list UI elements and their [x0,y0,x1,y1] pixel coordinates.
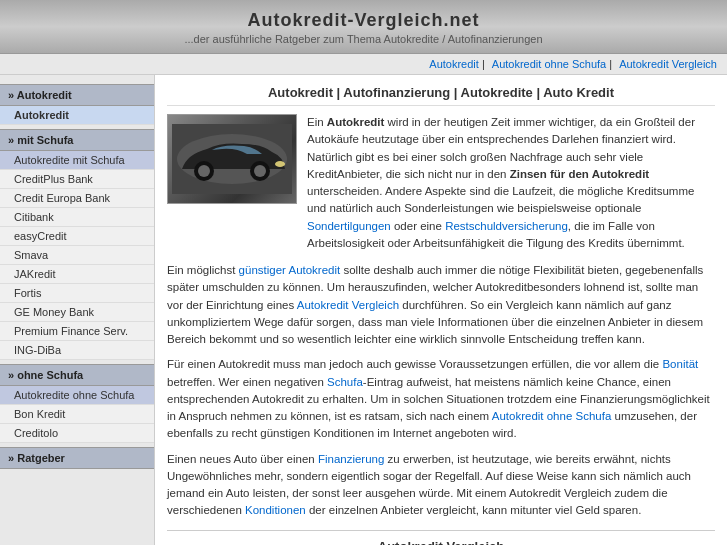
sidebar-header-autokredit: » Autokredit [0,84,154,106]
intro-text: Ein Autokredit wird in der heutigen Zeit… [307,114,715,252]
sidebar-item-autokredite-mit-schufa[interactable]: Autokredite mit Schufa [0,151,154,170]
sidebar-item-premium-finance[interactable]: Premium Finance Serv. [0,322,154,341]
link-autokredit-ohne-schufa[interactable]: Autokredit ohne Schufa [492,410,612,422]
sidebar-header-ohne-schufa: » ohne Schufa [0,364,154,386]
link-finanzierung[interactable]: Finanzierung [318,453,384,465]
main-content: Autokredit | Autofinanzierung | Autokred… [155,75,727,545]
content-main-heading: Autokredit | Autofinanzierung | Autokred… [167,85,715,106]
sidebar-item-autokredit[interactable]: Autokredit [0,106,154,125]
sidebar-item-fortis[interactable]: Fortis [0,284,154,303]
sidebar-item-bon-kredit[interactable]: Bon Kredit [0,405,154,424]
paragraph-1: Ein möglichst günstiger Autokredit sollt… [167,262,715,348]
top-navigation: Autokredit | Autokredit ohne Schufa | Au… [0,54,727,75]
arrow-icon: » [8,134,14,146]
sidebar-item-ing-diba[interactable]: ING-DiBa [0,341,154,360]
link-restschuldversicherung[interactable]: Restschuldversicherung [445,220,568,232]
sidebar-item-ge-money-bank[interactable]: GE Money Bank [0,303,154,322]
link-konditionen[interactable]: Konditionen [245,504,306,516]
link-guenstiger-autokredit[interactable]: günstiger Autokredit [239,264,341,276]
site-title: Autokredit-Vergleich.net [0,10,727,31]
sidebar-item-creditolo[interactable]: Creditolo [0,424,154,443]
main-layout: » Autokredit Autokredit » mit Schufa Aut… [0,75,727,545]
intro-block: Ein Autokredit wird in der heutigen Zeit… [167,114,715,252]
sidebar: » Autokredit Autokredit » mit Schufa Aut… [0,75,155,545]
comparison-table-section: Autokredit Vergleich Kreditinstitut effe… [167,530,715,546]
site-subtitle: ...der ausführliche Ratgeber zum Thema A… [0,33,727,45]
paragraph-2: Für einen Autokredit muss man jedoch auc… [167,356,715,442]
sidebar-item-smava[interactable]: Smava [0,246,154,265]
sidebar-item-creditplus-bank[interactable]: CreditPlus Bank [0,170,154,189]
svg-point-3 [198,165,210,177]
link-schufa[interactable]: Schufa [327,376,363,388]
topnav-link-vergleich[interactable]: Autokredit Vergleich [619,58,717,70]
sidebar-item-easycredit[interactable]: easyCredit [0,227,154,246]
paragraph-3: Einen neues Auto über einen Finanzierung… [167,451,715,520]
sidebar-item-autokredite-ohne-schufa[interactable]: Autokredite ohne Schufa [0,386,154,405]
arrow-icon: » [8,452,14,464]
sidebar-item-credit-europa-bank[interactable]: Credit Europa Bank [0,189,154,208]
table-heading: Autokredit Vergleich [167,539,715,546]
sidebar-item-citibank[interactable]: Citibank [0,208,154,227]
sidebar-header-ratgeber: » Ratgeber [0,447,154,469]
topnav-link-ohne-schufa[interactable]: Autokredit ohne Schufa [492,58,606,70]
sidebar-header-mit-schufa: » mit Schufa [0,129,154,151]
page-header: Autokredit-Vergleich.net ...der ausführl… [0,0,727,54]
topnav-link-autokredit[interactable]: Autokredit [429,58,479,70]
arrow-icon: » [8,369,14,381]
svg-point-6 [275,161,285,167]
arrow-icon: » [8,89,14,101]
car-image [167,114,297,204]
sidebar-item-jakredit[interactable]: JAKredit [0,265,154,284]
svg-point-5 [254,165,266,177]
link-autokredit-vergleich-1[interactable]: Autokredit Vergleich [297,299,399,311]
link-bonitaet[interactable]: Bonität [662,358,698,370]
page-wrapper: Autokredit-Vergleich.net ...der ausführl… [0,0,727,545]
link-sondertilgungen[interactable]: Sondertilgungen [307,220,391,232]
